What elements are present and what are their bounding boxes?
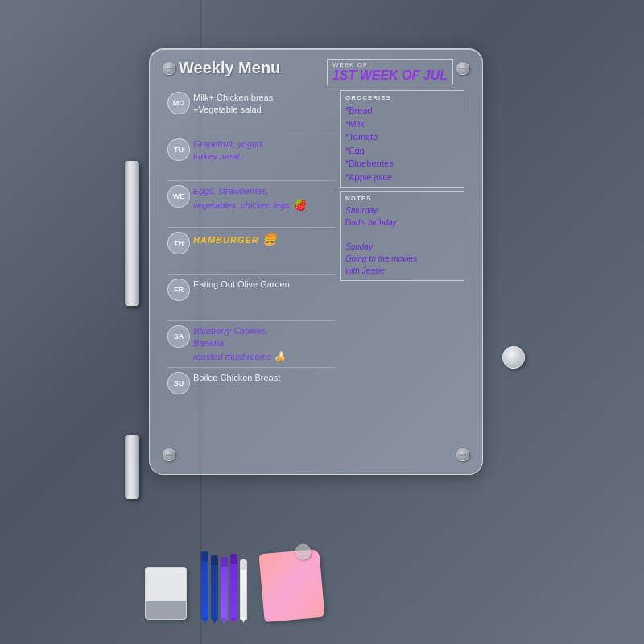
week-of-section: WEEK OF : 1ST WEEK OF JUL bbox=[327, 59, 453, 85]
screw-top-left bbox=[163, 62, 175, 75]
marker-blue-1 bbox=[201, 551, 208, 620]
week-of-label: WEEK OF : bbox=[332, 61, 448, 68]
day-content-tu: Grapefruit, yogurt,turkey meat. bbox=[193, 137, 335, 163]
day-row-we: WE Eggs, strawberries,vegetables, chicke… bbox=[167, 184, 335, 228]
markers-group bbox=[201, 551, 247, 620]
day-label-we: WE bbox=[167, 185, 190, 208]
door-handle-bottom bbox=[125, 435, 139, 499]
day-label-su: SU bbox=[167, 372, 190, 394]
day-content-sa: Blueberry Cookies,Banana,roasted mushroo… bbox=[193, 324, 335, 364]
day-row-tu: TU Grapefruit, yogurt,turkey meat. bbox=[167, 137, 335, 181]
cleaning-cloth bbox=[258, 549, 324, 622]
marker-cap-1 bbox=[201, 551, 208, 561]
screw-top-right bbox=[456, 62, 469, 75]
week-of-value: 1ST WEEK OF JUL bbox=[332, 68, 448, 83]
accessories-row bbox=[145, 551, 322, 620]
marker-white bbox=[240, 559, 247, 620]
day-content-we: Eggs, strawberries,vegetables, chicken l… bbox=[193, 184, 335, 213]
day-row-th: TH HAMBURGER 🍔 bbox=[167, 230, 335, 275]
day-content-su: Boiled Chicken Breast bbox=[193, 370, 335, 384]
marker-cap-2 bbox=[211, 555, 218, 565]
weekly-menu-board: Weekly Menu WEEK OF : 1ST WEEK OF JUL MO… bbox=[149, 48, 483, 475]
day-content-mo: Milk+ Chicken breas+Vegetable salad bbox=[193, 90, 335, 117]
marker-blue-2 bbox=[211, 555, 218, 620]
board-title: Weekly Menu bbox=[179, 59, 320, 77]
marker-cap-4 bbox=[230, 554, 237, 564]
title-section: Weekly Menu bbox=[179, 59, 320, 77]
day-label-tu: TU bbox=[167, 138, 190, 161]
day-row-sa: SA Blueberry Cookies,Banana,roasted mush… bbox=[167, 324, 335, 368]
eraser bbox=[145, 567, 187, 620]
day-row-fr: FR Eating Out Olive Garden bbox=[167, 277, 335, 321]
door-handle-top bbox=[125, 161, 139, 306]
groceries-label: GROCERIES bbox=[345, 94, 459, 101]
right-column: GROCERIES *Bread*Milk*Tomato*Egg*Blueber… bbox=[340, 90, 464, 448]
day-content-th: HAMBURGER 🍔 bbox=[193, 230, 335, 248]
day-label-sa: SA bbox=[167, 325, 190, 348]
board-content: MO Milk+ Chicken breas+Vegetable salad T… bbox=[159, 90, 473, 448]
day-label-mo: MO bbox=[167, 92, 190, 114]
marker-cap-5 bbox=[241, 560, 246, 570]
marker-purple-2 bbox=[230, 554, 237, 620]
groceries-section: GROCERIES *Bread*Milk*Tomato*Egg*Blueber… bbox=[340, 90, 464, 188]
board-header: Weekly Menu WEEK OF : 1ST WEEK OF JUL bbox=[159, 59, 473, 85]
day-row-mo: MO Milk+ Chicken breas+Vegetable salad bbox=[167, 90, 335, 134]
marker-cap-3 bbox=[221, 557, 228, 567]
day-row-su: SU Boiled Chicken Breast bbox=[167, 370, 335, 415]
notes-content: SaturdayDad's birthdaySundayGoing to the… bbox=[345, 204, 459, 277]
days-column: MO Milk+ Chicken breas+Vegetable salad T… bbox=[167, 90, 335, 448]
day-label-th: TH bbox=[167, 232, 190, 254]
marker-purple-1 bbox=[221, 557, 228, 620]
day-label-fr: FR bbox=[167, 279, 190, 301]
grocery-list: *Bread*Milk*Tomato*Egg*Blueberries*Apple… bbox=[345, 104, 459, 184]
notes-section: NOTES SaturdayDad's birthdaySundayGoing … bbox=[340, 191, 464, 281]
wall-hook bbox=[502, 346, 525, 369]
day-content-fr: Eating Out Olive Garden bbox=[193, 277, 335, 291]
notes-label: NOTES bbox=[345, 195, 459, 202]
screw-bottom-left bbox=[163, 448, 175, 461]
screw-bottom-right bbox=[456, 448, 469, 461]
